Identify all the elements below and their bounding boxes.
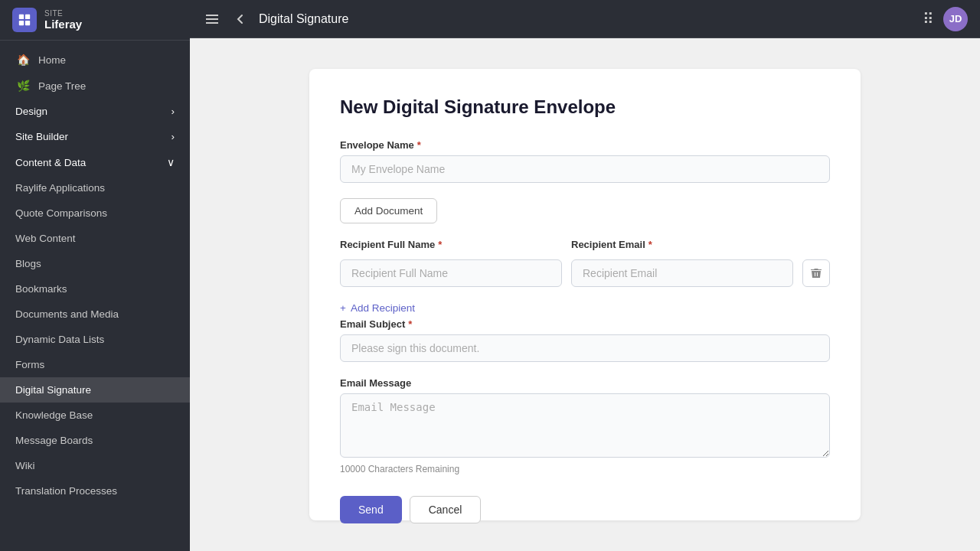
- forms-label: Forms: [15, 359, 44, 370]
- sidebar-item-documents-media[interactable]: Documents and Media: [0, 302, 190, 327]
- sidebar-section-content-data[interactable]: Content & Data ∨: [0, 149, 190, 175]
- content-data-expand-icon: ∨: [167, 156, 175, 168]
- main-container: Digital Signature ⠿ JD New Digital Signa…: [190, 0, 980, 551]
- recipient-email-input[interactable]: [571, 259, 793, 287]
- envelope-name-group: Envelope Name *: [340, 139, 830, 183]
- knowledge-base-label: Knowledge Base: [15, 409, 93, 421]
- sidebar-item-raylife[interactable]: Raylife Applications: [0, 175, 190, 201]
- quote-comparisons-label: Quote Comparisons: [15, 207, 107, 219]
- sidebar-item-knowledge-base[interactable]: Knowledge Base: [0, 403, 190, 428]
- sidebar-item-web-content[interactable]: Web Content: [0, 226, 190, 251]
- design-label: Design: [15, 106, 47, 117]
- brand-site-label: SITE: [44, 9, 82, 18]
- cancel-button[interactable]: Cancel: [410, 496, 482, 523]
- sidebar-item-message-boards[interactable]: Message Boards: [0, 428, 190, 453]
- email-subject-label: Email Subject *: [340, 318, 830, 330]
- documents-media-label: Documents and Media: [15, 308, 119, 320]
- delete-recipient-button[interactable]: [802, 259, 830, 287]
- recipient-full-name-input[interactable]: [340, 259, 562, 287]
- sidebar-item-translation-processes[interactable]: Translation Processes: [0, 478, 190, 504]
- back-button[interactable]: [231, 10, 250, 28]
- translation-processes-label: Translation Processes: [15, 485, 117, 497]
- sidebar-item-bookmarks[interactable]: Bookmarks: [0, 276, 190, 302]
- envelope-name-input[interactable]: [340, 155, 830, 183]
- digital-signature-label: Digital Signature: [15, 384, 91, 396]
- sidebar-item-digital-signature[interactable]: Digital Signature: [0, 377, 190, 403]
- email-subject-input[interactable]: [340, 334, 830, 362]
- sidebar-item-page-tree[interactable]: 🌿 Page Tree: [0, 73, 190, 99]
- sidebar: SITE Liferay 🏠 Home 🌿 Page Tree Design ›…: [0, 0, 190, 551]
- sidebar-item-home-label: Home: [38, 54, 66, 66]
- sidebar-item-page-tree-label: Page Tree: [38, 80, 86, 92]
- sidebar-item-dynamic-data-lists[interactable]: Dynamic Data Lists: [0, 327, 190, 352]
- recipient-full-name-field: [340, 259, 562, 287]
- send-button[interactable]: Send: [340, 496, 402, 523]
- blogs-label: Blogs: [15, 258, 41, 269]
- web-content-label: Web Content: [15, 233, 76, 244]
- email-message-group: Email Message 10000 Characters Remaining: [340, 377, 830, 474]
- page-title: Digital Signature: [259, 12, 913, 26]
- avatar[interactable]: JD: [943, 7, 968, 31]
- sidebar-section-design[interactable]: Design ›: [0, 99, 190, 124]
- sidebar-item-quote-comparisons[interactable]: Quote Comparisons: [0, 201, 190, 226]
- design-expand-icon: ›: [172, 106, 175, 117]
- email-subject-group: Email Subject *: [340, 318, 830, 362]
- recipient-group: Recipient Full Name * Recipient Email *: [340, 239, 830, 287]
- form-actions: Send Cancel: [340, 496, 830, 523]
- svg-rect-1: [25, 15, 30, 19]
- topbar-right: ⠿ JD: [923, 7, 968, 31]
- envelope-name-required: *: [417, 139, 421, 151]
- dynamic-data-lists-label: Dynamic Data Lists: [15, 334, 104, 345]
- brand-header: SITE Liferay: [0, 0, 190, 41]
- sidebar-item-blogs[interactable]: Blogs: [0, 251, 190, 276]
- sidebar-item-home[interactable]: 🏠 Home: [0, 47, 190, 73]
- svg-rect-6: [206, 22, 218, 24]
- svg-rect-4: [206, 15, 218, 16]
- message-boards-label: Message Boards: [15, 435, 93, 446]
- raylife-label: Raylife Applications: [15, 182, 105, 194]
- recipient-email-field: [571, 259, 793, 287]
- envelope-name-label: Envelope Name *: [340, 139, 830, 151]
- content-data-label: Content & Data: [15, 157, 86, 168]
- recipient-labels-row: Recipient Full Name * Recipient Email *: [340, 239, 830, 255]
- add-document-group: Add Document: [340, 198, 830, 223]
- site-builder-label: Site Builder: [15, 131, 68, 142]
- brand-logo: [12, 8, 37, 32]
- add-recipient-label: Add Recipient: [351, 302, 415, 314]
- wiki-label: Wiki: [15, 460, 35, 471]
- content-area: New Digital Signature Envelope Envelope …: [190, 38, 980, 551]
- add-document-button[interactable]: Add Document: [340, 198, 437, 223]
- add-recipient-link[interactable]: + Add Recipient: [340, 302, 830, 314]
- toggle-sidebar-button[interactable]: [202, 9, 222, 29]
- site-builder-expand-icon: ›: [172, 131, 175, 142]
- sidebar-section-site-builder[interactable]: Site Builder ›: [0, 124, 190, 149]
- svg-rect-5: [206, 18, 218, 20]
- email-message-label: Email Message: [340, 377, 830, 389]
- sidebar-item-wiki[interactable]: Wiki: [0, 453, 190, 478]
- apps-icon[interactable]: ⠿: [923, 10, 934, 28]
- email-message-textarea[interactable]: [340, 393, 830, 458]
- svg-rect-0: [19, 15, 24, 19]
- topbar: Digital Signature ⠿ JD: [190, 0, 980, 38]
- form-card: New Digital Signature Envelope Envelope …: [309, 69, 861, 520]
- svg-rect-3: [25, 21, 30, 25]
- sidebar-item-forms[interactable]: Forms: [0, 352, 190, 377]
- recipient-email-label: Recipient Email *: [571, 239, 793, 250]
- brand-name: Liferay: [44, 18, 82, 31]
- recipient-input-row: [340, 259, 830, 287]
- bookmarks-label: Bookmarks: [15, 283, 67, 295]
- recipient-full-name-label: Recipient Full Name *: [340, 239, 562, 250]
- chars-remaining: 10000 Characters Remaining: [340, 464, 830, 474]
- sidebar-navigation: 🏠 Home 🌿 Page Tree Design › Site Builder…: [0, 41, 190, 551]
- page-tree-icon: 🌿: [15, 80, 31, 92]
- form-title: New Digital Signature Envelope: [340, 96, 830, 118]
- add-recipient-plus-icon: +: [340, 302, 346, 314]
- home-icon: 🏠: [15, 54, 31, 66]
- svg-rect-2: [19, 21, 24, 25]
